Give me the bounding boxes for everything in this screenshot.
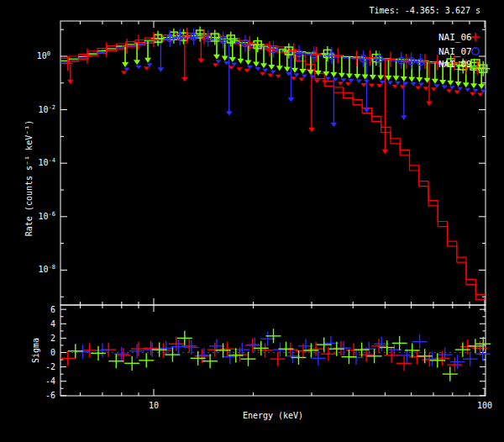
down-arrow-icon (331, 123, 338, 128)
down-arrow-icon (231, 63, 237, 67)
down-arrow-icon (302, 75, 307, 79)
y-tick-label: 10-6 (39, 211, 55, 221)
down-arrow-icon (377, 75, 384, 80)
down-arrow-icon (478, 84, 485, 89)
down-arrow-icon (134, 60, 140, 65)
sigma-tick-label: -4 (45, 376, 55, 386)
down-arrow-icon (244, 69, 250, 73)
down-arrow-icon (260, 72, 265, 76)
down-arrow-icon (385, 76, 391, 81)
down-arrow-icon (260, 63, 267, 68)
down-arrow-icon (348, 79, 354, 83)
down-arrow-icon (236, 67, 242, 71)
down-arrow-icon (268, 65, 275, 70)
down-arrow-icon (387, 81, 393, 85)
down-arrow-icon (477, 93, 483, 97)
sigma-tick-label: -2 (45, 362, 55, 371)
down-arrow-icon (470, 92, 475, 97)
down-arrow-icon (308, 128, 315, 133)
down-arrow-icon (229, 57, 236, 62)
down-arrow-icon (181, 77, 188, 82)
down-arrow-icon (122, 62, 129, 67)
down-arrow-icon (400, 85, 406, 89)
y-axis-label-sigma: Sigma (31, 338, 40, 363)
down-arrow-icon (382, 150, 389, 155)
down-arrow-icon (415, 87, 421, 91)
plot-title: Times: -4.365: 3.627 s (370, 6, 480, 15)
down-arrow-icon (136, 66, 142, 70)
down-arrow-icon (455, 82, 462, 87)
down-arrow-icon (364, 80, 370, 84)
down-arrow-icon (465, 88, 470, 92)
down-arrow-icon (309, 76, 315, 80)
down-arrow-icon (237, 59, 244, 64)
spectrum-plot: Times: -4.365: 3.627 s 10010-210-410-610… (0, 0, 504, 442)
down-arrow-icon (253, 61, 260, 66)
residual-points (60, 329, 491, 381)
down-arrow-icon (431, 87, 437, 92)
down-arrow-icon (369, 83, 375, 87)
down-arrow-icon (416, 77, 423, 82)
down-arrow-icon (267, 73, 273, 77)
down-arrow-icon (380, 81, 386, 85)
legend-label: NAI_07 (438, 46, 472, 57)
down-arrow-icon (323, 71, 329, 76)
sigma-tick-label: 4 (50, 319, 55, 329)
down-arrow-icon (356, 79, 362, 83)
down-arrow-icon (463, 82, 470, 87)
down-arrow-icon (215, 60, 221, 64)
down-arrow-icon (213, 55, 220, 60)
down-arrow-icon (322, 81, 328, 85)
down-arrow-icon (454, 90, 460, 94)
down-arrow-icon (276, 66, 283, 71)
down-arrow-icon (213, 63, 218, 67)
y-tick-label: 10-2 (39, 104, 55, 114)
y-tick-label: 10-8 (39, 264, 55, 274)
down-arrow-icon (124, 68, 130, 72)
down-arrow-icon (376, 84, 382, 88)
upper-limit-arrows (121, 38, 486, 97)
down-arrow-icon (401, 115, 407, 120)
down-arrow-icon (346, 73, 353, 78)
down-arrow-icon (432, 79, 438, 84)
x-tick-label: 100 (477, 401, 492, 410)
down-arrow-icon (446, 89, 452, 93)
down-arrow-icon (426, 102, 433, 107)
down-arrow-icon (470, 83, 477, 88)
x-tick-label: 10 (149, 401, 159, 410)
y-axis-label-main: Rate (counts s⁻¹ keV⁻¹) (24, 120, 34, 236)
down-arrow-icon (144, 66, 150, 71)
down-arrow-icon (338, 82, 344, 86)
sigma-panel-frame (60, 305, 486, 396)
down-arrow-icon (361, 83, 367, 87)
sigma-tick-label: -6 (45, 391, 55, 400)
down-arrow-icon (262, 69, 268, 73)
x-axis-label: Energy (keV) (243, 411, 303, 420)
down-arrow-icon (393, 76, 400, 81)
down-arrow-icon (408, 77, 415, 82)
down-arrow-icon (226, 111, 233, 116)
down-arrow-icon (276, 75, 281, 79)
down-arrow-icon (158, 67, 165, 72)
down-arrow-icon (423, 87, 428, 91)
down-arrow-icon (299, 69, 306, 74)
down-arrow-icon (401, 76, 407, 82)
down-arrow-icon (67, 80, 74, 84)
legend-label: NAI_09 (438, 59, 472, 70)
down-arrow-icon (325, 77, 331, 82)
down-arrow-icon (294, 73, 300, 77)
down-arrow-icon (330, 72, 337, 77)
down-arrow-icon (144, 58, 151, 63)
down-arrow-icon (291, 68, 298, 73)
down-arrow-icon (147, 63, 153, 67)
xspec-plot-window: Times: -4.365: 3.627 s 10010-210-410-610… (0, 0, 504, 442)
down-arrow-icon (298, 78, 304, 82)
down-arrow-icon (288, 97, 295, 103)
down-arrow-icon (433, 84, 439, 88)
down-arrow-icon (314, 80, 320, 84)
down-arrow-icon (473, 89, 479, 93)
sigma-tick-label: 0 (50, 348, 55, 357)
down-arrow-icon (411, 82, 417, 87)
down-arrow-icon (449, 86, 455, 90)
sigma-tick-label: 6 (50, 305, 55, 314)
